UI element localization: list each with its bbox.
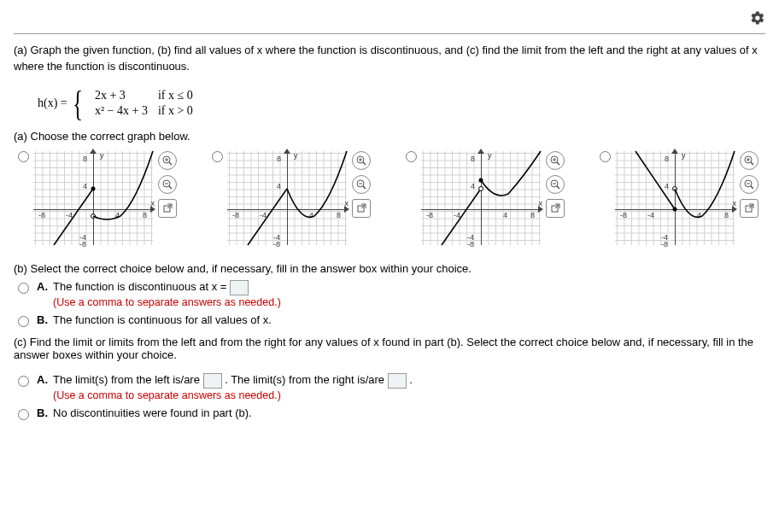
graph-option-3[interactable]: y x -8 -4 4 8 8 4 -4 -8	[421, 151, 541, 245]
svg-line-38	[751, 186, 753, 189]
svg-line-27	[557, 186, 559, 189]
svg-line-34	[751, 162, 753, 165]
svg-line-16	[363, 186, 366, 189]
graph-option-2[interactable]: y x -8 -4 4 8 8 4 -4 -8	[227, 151, 347, 245]
zoom-out-icon[interactable]	[740, 175, 758, 194]
zoom-out-icon[interactable]	[546, 175, 565, 194]
graph-option-1[interactable]: y x -8 -4 4 8 8 4 -4 -8	[33, 151, 153, 245]
part-c-prompt: (c) Find the limit or limits from the le…	[14, 336, 765, 361]
main-prompt: (a) Graph the given function, (b) find a…	[14, 43, 765, 75]
choice-letter: B.	[37, 313, 48, 326]
choice-letter: B.	[37, 406, 48, 419]
graph-option-2-radio[interactable]	[212, 151, 223, 162]
svg-line-12	[363, 162, 366, 165]
zoom-out-icon[interactable]	[158, 175, 177, 194]
choice-letter: A.	[37, 373, 48, 386]
open-external-icon[interactable]	[158, 199, 177, 218]
graph-options-row: y x -8 -4 4 8 8 4 -4 -8	[14, 151, 765, 245]
svg-line-7	[169, 186, 172, 189]
part-c-choice-b-radio[interactable]	[18, 409, 29, 420]
piece-1-cond: if x ≤ 0	[153, 88, 198, 103]
open-external-icon[interactable]	[352, 199, 371, 218]
part-b-choice-a-radio[interactable]	[18, 283, 29, 294]
zoom-out-icon[interactable]	[352, 175, 371, 194]
svg-point-0	[91, 186, 96, 190]
part-c-right-text: . The limit(s) from the right is/are	[225, 373, 384, 386]
open-external-icon[interactable]	[546, 199, 565, 218]
part-b-choice-b-radio[interactable]	[18, 316, 29, 327]
zoom-in-icon[interactable]	[352, 151, 371, 170]
choice-letter: A.	[37, 280, 48, 293]
zoom-in-icon[interactable]	[158, 151, 177, 170]
piece-2-expr: x² − 4x + 3	[90, 103, 153, 119]
graph-option-4-radio[interactable]	[600, 151, 611, 162]
part-c-choice-a-radio[interactable]	[18, 376, 29, 387]
gear-icon[interactable]	[750, 10, 765, 28]
part-c-hint: (Use a comma to separate answers as need…	[53, 389, 281, 401]
piecewise-equation: h(x) = { 2x + 3 if x ≤ 0 x² − 4x + 3 if …	[38, 85, 765, 121]
part-a-prompt: (a) Choose the correct graph below.	[14, 130, 765, 143]
part-c-right-input[interactable]	[388, 373, 407, 389]
piece-1-expr: 2x + 3	[90, 88, 153, 103]
equation-lhs: h(x) =	[38, 96, 67, 110]
zoom-in-icon[interactable]	[546, 151, 565, 170]
svg-line-3	[169, 162, 172, 165]
part-b-choice-a-text: The function is discontinuous at x =	[53, 280, 226, 293]
open-external-icon[interactable]	[740, 199, 758, 218]
graph-option-1-radio[interactable]	[18, 151, 29, 162]
part-c-left-text: The limit(s) from the left is/are	[53, 373, 200, 386]
part-b-hint: (Use a comma to separate answers as need…	[53, 296, 281, 308]
part-b-answer-input[interactable]	[230, 280, 249, 295]
part-b-prompt: (b) Select the correct choice below and,…	[14, 262, 765, 275]
part-c-choice-b-text: No discontinuities were found in part (b…	[53, 406, 252, 419]
svg-point-20	[479, 186, 483, 190]
piece-2-cond: if x > 0	[153, 103, 198, 119]
svg-point-31	[673, 207, 677, 211]
graph-option-3-radio[interactable]	[406, 151, 417, 162]
part-c-left-input[interactable]	[203, 373, 222, 389]
zoom-in-icon[interactable]	[740, 151, 758, 170]
part-b-choice-b-text: The function is continuous for all value…	[53, 313, 272, 326]
part-c-post-text: .	[409, 373, 413, 386]
left-brace: {	[73, 85, 83, 121]
svg-line-23	[557, 162, 559, 165]
graph-option-4[interactable]: y x -8 -4 4 8 8 4 -4 -8	[615, 151, 735, 245]
